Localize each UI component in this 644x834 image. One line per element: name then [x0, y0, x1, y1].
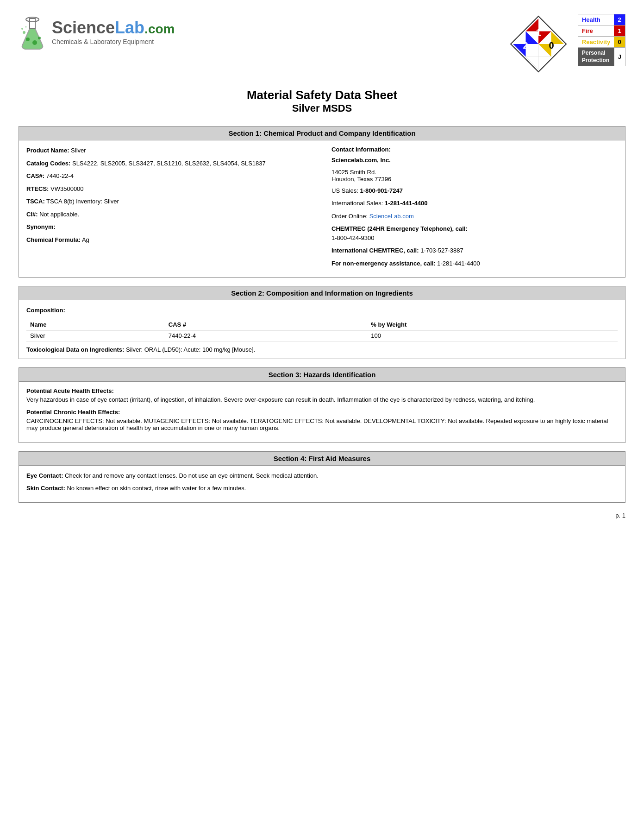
section2-header: Section 2: Composition and Information o… [19, 286, 625, 300]
personal-value: J [614, 48, 625, 66]
section1: Section 1: Chemical Product and Company … [19, 126, 625, 278]
synonym-row: Synonym: [26, 222, 313, 232]
cell-name: Silver [26, 330, 165, 341]
cas-row: CAS#: 7440-22-4 [26, 171, 313, 181]
order-online: Order Online: ScienceLab.com [331, 212, 618, 221]
section3-body: Potential Acute Health Effects: Very haz… [19, 382, 625, 442]
reactivity-label: Reactivity [578, 37, 614, 48]
chronic-header: Potential Chronic Health Effects: [26, 409, 618, 416]
fire-label: Fire [578, 25, 614, 37]
catalog-codes-row: Catalog Codes: SLS4222, SLS2005, SLS3427… [26, 159, 313, 168]
page-header: ScienceLab.com Chemicals & Laboratory Eq… [19, 14, 625, 74]
tsca-row: TSCA: TSCA 8(b) inventory: Silver [26, 197, 313, 206]
col-name: Name [26, 319, 165, 330]
contact-header: Contact Information: [331, 146, 618, 153]
svg-point-7 [25, 26, 27, 28]
svg-rect-1 [30, 19, 35, 29]
svg-point-3 [32, 40, 37, 45]
section4-body: Eye Contact: Check for and remove any co… [19, 466, 625, 502]
chronic-effects: Potential Chronic Health Effects: CARCIN… [26, 409, 618, 431]
svg-point-5 [23, 31, 25, 34]
cas-label: CAS#: [26, 172, 44, 179]
logo-subtitle: Chemicals & Laboratory Equipment [52, 38, 175, 45]
col-cas: CAS # [165, 319, 367, 330]
product-name-value: Silver [71, 147, 86, 154]
nfpa-ratings-table: Health 2 Fire 1 Reactivity 0 PersonalPro… [578, 14, 625, 66]
health-label: Health [578, 14, 614, 25]
cell-cas: 7440-22-4 [165, 330, 367, 341]
eye-contact-row: Eye Contact: Check for and remove any co… [26, 471, 618, 480]
main-title: Material Safety Data Sheet Silver MSDS [19, 88, 625, 114]
product-name-row: Product Name: Silver [26, 146, 313, 155]
intl-sales: International Sales: 1-281-441-4400 [331, 199, 618, 208]
catalog-codes-value: SLS4222, SLS2005, SLS3427, SLS1210, SLS2… [72, 160, 266, 167]
cell-percent: 100 [367, 330, 618, 341]
section3-header: Section 3: Hazards Identification [19, 368, 625, 382]
section4-header: Section 4: First Aid Measures [19, 452, 625, 466]
catalog-codes-label: Catalog Codes: [26, 160, 70, 167]
logo-com: .com [144, 22, 175, 36]
document-title: Material Safety Data Sheet [19, 88, 625, 102]
section2-body: Composition: Name CAS # % by Weight Silv… [19, 300, 625, 359]
composition-table: Name CAS # % by Weight Silver7440-22-410… [26, 319, 618, 341]
rtecs-label: RTECS: [26, 185, 49, 192]
ci-value: Not applicable. [39, 211, 79, 218]
skin-contact-row: Skin Contact: No known effect on skin co… [26, 484, 618, 493]
health-value: 2 [614, 14, 625, 25]
section1-body: Product Name: Silver Catalog Codes: SLS4… [19, 140, 625, 277]
tox-data: Toxicological Data on Ingredients: Silve… [26, 346, 618, 353]
page-number: p. 1 [19, 512, 625, 519]
svg-point-6 [21, 28, 23, 30]
product-name-label: Product Name: [26, 147, 69, 154]
rtecs-value: VW3500000 [50, 185, 84, 192]
svg-point-4 [38, 37, 41, 39]
section3: Section 3: Hazards Identification Potent… [19, 367, 625, 443]
logo-area: ScienceLab.com Chemicals & Laboratory Eq… [19, 14, 175, 51]
address: 14025 Smith Rd. Houston, Texas 77396 [331, 169, 618, 183]
intl-chemtrec: International CHEMTREC, call: 1-703-527-… [331, 246, 618, 255]
svg-text:2: 2 [523, 40, 528, 51]
chronic-text: CARCINOGENIC EFFECTS: Not available. MUT… [26, 417, 618, 431]
nonemergency: For non-emergency assistance, call: 1-28… [331, 259, 618, 268]
section2: Section 2: Composition and Information o… [19, 286, 625, 359]
tsca-value: TSCA 8(b) inventory: Silver [46, 198, 119, 205]
ci-label: CI#: [26, 211, 38, 218]
logo-text: ScienceLab.com Chemicals & Laboratory Eq… [52, 19, 175, 45]
reactivity-value: 0 [614, 37, 625, 48]
composition-label: Composition: [26, 306, 618, 315]
acute-header: Potential Acute Health Effects: [26, 387, 618, 394]
svg-text:0: 0 [549, 40, 554, 51]
section4: Section 4: First Aid Measures Eye Contac… [19, 451, 625, 503]
table-row: Silver7440-22-4100 [26, 330, 618, 341]
svg-text:1: 1 [536, 27, 541, 38]
logo-science: Science [52, 18, 115, 37]
formula-row: Chemical Formula: Ag [26, 235, 313, 245]
synonym-label: Synonym: [26, 223, 56, 230]
section1-right: Contact Information: Sciencelab.com, Inc… [322, 146, 618, 272]
logo-lab: Lab [115, 18, 144, 37]
tsca-label: TSCA: [26, 198, 45, 205]
company-name: Sciencelab.com, Inc. [331, 156, 618, 165]
fire-value: 1 [614, 25, 625, 37]
formula-value: Ag [82, 236, 89, 243]
ci-row: CI#: Not applicable. [26, 210, 313, 219]
section1-left: Product Name: Silver Catalog Codes: SLS4… [26, 146, 322, 272]
chemtrec: CHEMTREC (24HR Emergency Telephone), cal… [331, 224, 618, 242]
svg-point-0 [26, 17, 39, 22]
svg-point-2 [26, 38, 30, 41]
acute-text: Very hazardous in case of eye contact (i… [26, 396, 618, 403]
nfpa-diamond: 2 1 0 [508, 14, 569, 74]
section1-header: Section 1: Chemical Product and Company … [19, 126, 625, 140]
cas-value: 7440-22-4 [46, 172, 74, 179]
col-weight: % by Weight [367, 319, 618, 330]
personal-label: PersonalProtection [578, 48, 614, 66]
us-sales: US Sales: 1-800-901-7247 [331, 186, 618, 196]
formula-label: Chemical Formula: [26, 236, 81, 243]
sciencelab-link[interactable]: ScienceLab.com [369, 213, 414, 220]
flask-icon [19, 14, 46, 51]
document-subtitle: Silver MSDS [19, 102, 625, 114]
acute-effects: Potential Acute Health Effects: Very haz… [26, 387, 618, 403]
header-right: 2 1 0 Health 2 Fire 1 Reactivity 0 Perso… [508, 14, 625, 74]
rtecs-row: RTECS: VW3500000 [26, 184, 313, 194]
